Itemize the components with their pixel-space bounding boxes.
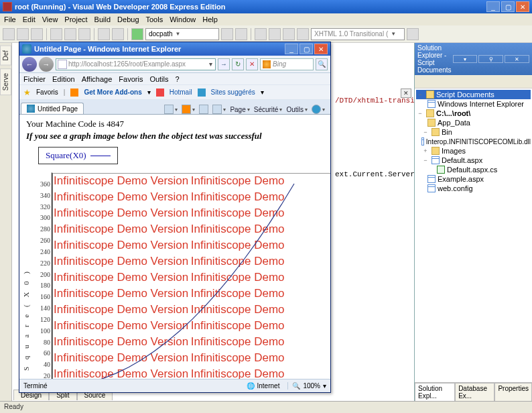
ie-menu-tools[interactable]: Outils <box>149 75 168 83</box>
tree-node-interop[interactable]: Interop.INFINITISCOPECOMLib.dll <box>416 137 531 146</box>
search-go-icon[interactable]: 🔍 <box>316 58 328 70</box>
pin-icon[interactable]: ▾ <box>453 55 478 63</box>
home-button[interactable]: ▾ <box>164 105 178 114</box>
tb-btn-icon[interactable] <box>283 28 295 40</box>
collapse-icon[interactable]: − <box>416 91 424 98</box>
tb-btn-icon[interactable] <box>297 28 309 40</box>
collapse-icon[interactable]: − <box>416 110 424 117</box>
stop-icon[interactable]: ✕ <box>246 58 258 70</box>
tb-open-icon[interactable] <box>17 28 29 40</box>
panel-close-icon[interactable]: ✕ <box>505 55 529 63</box>
left-tab-def[interactable]: Def <box>0 46 11 66</box>
menu-project[interactable]: Project <box>64 15 87 23</box>
ie-menu-view[interactable]: Affichage <box>82 75 113 83</box>
ie-title: Untitled Page - Windows Internet Explore… <box>34 45 283 53</box>
collapse-icon[interactable]: − <box>421 157 429 164</box>
ie-maximize-button[interactable]: ▢ <box>300 44 313 54</box>
tb-cut-icon[interactable] <box>50 28 62 40</box>
ie-titlebar[interactable]: Untitled Page - Windows Internet Explore… <box>19 42 330 56</box>
tools-menu[interactable]: Outils▾ <box>286 106 308 113</box>
tree-node-images[interactable]: + Images <box>416 146 531 156</box>
menu-build[interactable]: Build <box>94 15 111 23</box>
tb-run-icon[interactable] <box>131 28 143 40</box>
ide-minimize-button[interactable]: _ <box>486 1 500 12</box>
tb-new-icon[interactable] <box>3 28 15 40</box>
tab-solution-explorer[interactable]: Solution Expl... <box>415 383 455 401</box>
tab-properties[interactable]: Properties <box>494 383 532 401</box>
ie-menu-file[interactable]: Fichier <box>23 75 46 83</box>
favorites-label[interactable]: Favoris <box>36 88 58 96</box>
ide-maximize-button[interactable]: ▢ <box>501 1 515 12</box>
collapse-icon[interactable]: − <box>421 129 429 135</box>
page-menu[interactable]: Page▾ <box>230 106 249 113</box>
left-tab-serve[interactable]: Serve <box>0 68 11 95</box>
tab-database-explorer[interactable]: Database Ex... <box>455 383 494 401</box>
security-menu[interactable]: Sécurité▾ <box>254 106 283 113</box>
autohide-icon[interactable]: ⚲ <box>478 55 503 63</box>
url-input[interactable] <box>68 60 206 68</box>
favorites-icon[interactable]: ★ <box>23 88 31 97</box>
tb-redo-icon[interactable] <box>112 28 124 40</box>
tb-btn-icon[interactable] <box>221 28 233 40</box>
tb-save-icon[interactable] <box>31 28 43 40</box>
ie-minimize-button[interactable]: _ <box>285 44 298 54</box>
forward-button[interactable]: → <box>39 57 54 72</box>
menu-debug[interactable]: Debug <box>117 15 139 23</box>
fav-hotmail-link[interactable]: Hotmail <box>170 88 192 96</box>
menu-edit[interactable]: Edit <box>23 15 36 23</box>
menu-window[interactable]: Window <box>170 15 196 23</box>
tb-btn-icon[interactable] <box>255 28 267 40</box>
tree-node-appdata[interactable]: App_Data <box>416 118 531 127</box>
tb-doctype-combo[interactable]: XHTML 1.0 Transitional (▼ <box>311 28 405 40</box>
ie-menu-help[interactable]: ? <box>176 75 180 83</box>
go-button[interactable]: → <box>218 58 230 70</box>
page-icon <box>427 100 436 108</box>
ie-menu-favorites[interactable]: Favoris <box>119 75 143 83</box>
tb-btn-icon[interactable] <box>407 28 419 40</box>
mail-button[interactable] <box>199 105 208 114</box>
sln-title-text: Solution Explorer - Script Documents <box>417 44 452 74</box>
machine-code-line: Your Machine Code is 4847 <box>26 119 324 129</box>
tree-node-ie[interactable]: Windows Internet Explorer <box>416 99 531 109</box>
print-button[interactable]: ▾ <box>212 105 226 114</box>
node-label: Default.aspx <box>442 156 482 164</box>
panel-close-icon[interactable]: ✕ <box>401 88 411 98</box>
ide-close-button[interactable]: ✕ <box>516 1 529 12</box>
sln-tree[interactable]: − Script Documents Windows Internet Expl… <box>415 88 532 382</box>
y-axis-title: S q u a r e ( X 0 ) <box>22 269 30 371</box>
fav-sites-link[interactable]: Sites suggérés <box>211 88 255 96</box>
tree-node-bin[interactable]: − Bin <box>416 127 531 137</box>
help-button[interactable]: ▾ <box>312 105 325 114</box>
refresh-icon[interactable]: ↻ <box>232 58 244 70</box>
config-icon <box>427 184 436 192</box>
tb-btn-icon[interactable] <box>235 28 247 40</box>
tree-node-default-aspx[interactable]: − Default.aspx <box>416 156 531 165</box>
tb-paste-icon[interactable] <box>78 28 90 40</box>
fav-addons-link[interactable]: Get More Add-ons <box>84 88 141 96</box>
menu-tools[interactable]: Tools <box>146 15 163 23</box>
search-box[interactable]: Bing <box>260 58 314 70</box>
tree-node-root[interactable]: − C:\...\root\ <box>416 109 531 118</box>
menu-file[interactable]: File <box>4 15 16 23</box>
tb-undo-icon[interactable] <box>98 28 110 40</box>
tb-btn-icon[interactable] <box>269 28 281 40</box>
browser-tab[interactable]: Untitled Page <box>21 103 84 114</box>
back-button[interactable]: ← <box>22 57 37 72</box>
tb-copy-icon[interactable] <box>64 28 76 40</box>
zoom-value: 100% <box>303 382 320 390</box>
menu-help[interactable]: Help <box>202 15 218 23</box>
tree-node-scriptdocs[interactable]: − Script Documents <box>416 90 531 99</box>
tree-node-example-aspx[interactable]: Example.aspx <box>416 174 531 184</box>
tree-node-default-cs[interactable]: Default.aspx.cs <box>416 165 531 174</box>
address-bar[interactable]: ▾ <box>56 58 216 70</box>
dropdown-icon[interactable]: ▾ <box>206 60 215 68</box>
menu-view[interactable]: View <box>42 15 58 23</box>
tb-config-combo[interactable]: docpath▼ <box>145 28 219 40</box>
feeds-button[interactable]: ▾ <box>182 105 195 114</box>
ie-close-button[interactable]: ✕ <box>314 44 328 54</box>
y-axis-labels: 2040608010012014016018020022024026028030… <box>31 172 50 379</box>
tree-node-webconfig[interactable]: web.config <box>416 184 531 193</box>
zoom-control[interactable]: 🔍 100% ▾ <box>287 382 326 390</box>
ie-menu-edit[interactable]: Edition <box>52 75 75 83</box>
expand-icon[interactable]: + <box>421 148 429 154</box>
